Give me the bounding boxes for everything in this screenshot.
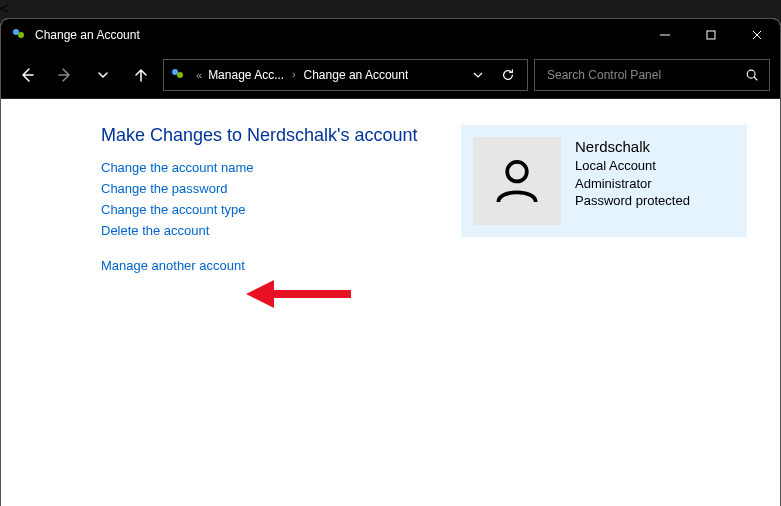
svg-point-8 <box>747 70 755 78</box>
maximize-button[interactable] <box>688 19 734 51</box>
search-input[interactable] <box>545 67 745 83</box>
account-info: Nerdschalk Local Account Administrator P… <box>575 137 690 210</box>
breadcrumb-seg-2[interactable]: Change an Account <box>304 68 409 82</box>
window: Change an Account <box>0 18 781 506</box>
up-button[interactable] <box>125 59 157 91</box>
refresh-button[interactable] <box>495 68 521 82</box>
link-change-password[interactable]: Change the password <box>101 181 421 196</box>
chevron-right-icon[interactable]: › <box>288 69 299 80</box>
annotation-arrow <box>246 274 356 314</box>
link-manage-another[interactable]: Manage another account <box>101 258 421 273</box>
svg-marker-12 <box>246 280 274 308</box>
close-button[interactable] <box>734 19 780 51</box>
toolbar: « Manage Acc... › Change an Account <box>1 51 780 99</box>
content-area: Make Changes to Nerdschalk's account Cha… <box>1 99 780 506</box>
account-type: Local Account <box>575 157 690 175</box>
search-box[interactable] <box>534 59 770 91</box>
window-controls <box>642 19 780 51</box>
window-title: Change an Account <box>35 28 642 42</box>
svg-point-6 <box>172 69 178 75</box>
app-icon <box>11 27 27 43</box>
account-protection: Password protected <box>575 192 690 210</box>
right-pane: Nerdschalk Local Account Administrator P… <box>461 125 747 237</box>
user-icon <box>489 153 545 209</box>
link-delete-account[interactable]: Delete the account <box>101 223 421 238</box>
left-pane: Make Changes to Nerdschalk's account Cha… <box>101 125 421 273</box>
action-links: Change the account name Change the passw… <box>101 160 421 273</box>
minimize-button[interactable] <box>642 19 688 51</box>
svg-rect-3 <box>707 31 715 39</box>
history-dropdown-button[interactable] <box>87 59 119 91</box>
back-button[interactable] <box>11 59 43 91</box>
svg-point-1 <box>18 32 24 38</box>
link-change-type[interactable]: Change the account type <box>101 202 421 217</box>
breadcrumb-overflow-icon[interactable]: « <box>194 69 204 81</box>
chevron-down-icon[interactable] <box>465 70 491 80</box>
account-card[interactable]: Nerdschalk Local Account Administrator P… <box>461 125 747 237</box>
svg-point-0 <box>13 29 19 35</box>
account-name: Nerdschalk <box>575 137 690 157</box>
address-bar-icon <box>170 67 186 83</box>
address-bar[interactable]: « Manage Acc... › Change an Account <box>163 59 528 91</box>
account-role: Administrator <box>575 175 690 193</box>
search-icon[interactable] <box>745 68 759 82</box>
svg-line-9 <box>754 77 757 80</box>
link-change-name[interactable]: Change the account name <box>101 160 421 175</box>
forward-button[interactable] <box>49 59 81 91</box>
svg-point-7 <box>177 72 183 78</box>
avatar <box>473 137 561 225</box>
page-heading: Make Changes to Nerdschalk's account <box>101 125 421 146</box>
breadcrumb-seg-1[interactable]: Manage Acc... <box>208 68 284 82</box>
svg-point-10 <box>507 162 527 182</box>
titlebar: Change an Account <box>1 19 780 51</box>
